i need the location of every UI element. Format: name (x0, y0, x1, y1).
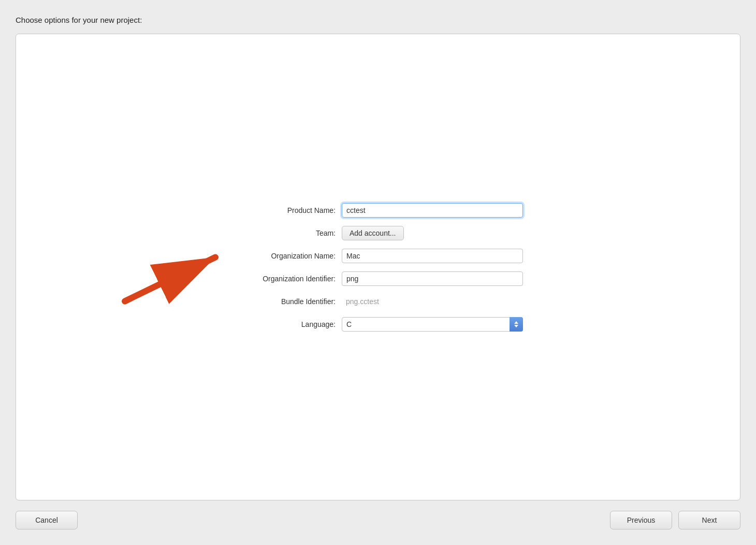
previous-button[interactable]: Previous (610, 511, 672, 529)
org-name-row: Organization Name: (233, 249, 523, 263)
org-id-row: Organization Identifier: (233, 271, 523, 286)
main-panel: Product Name: Team: Add account... Organ… (16, 34, 740, 500)
product-name-row: Product Name: (233, 203, 523, 218)
language-row: Language: C C++ Objective-C Swift (233, 317, 523, 332)
org-name-input[interactable] (342, 249, 523, 263)
bottom-right: Previous Next (610, 511, 740, 529)
bottom-bar: Cancel Previous Next (16, 511, 740, 529)
arrow-annotation (120, 245, 234, 308)
product-name-label: Product Name: (233, 206, 342, 214)
org-id-input[interactable] (342, 271, 523, 286)
red-arrow-icon (120, 245, 234, 307)
svg-line-1 (125, 257, 215, 302)
bundle-id-label: Bundle Identifier: (233, 297, 342, 306)
bottom-left: Cancel (16, 511, 78, 529)
cancel-button[interactable]: Cancel (16, 511, 78, 529)
bundle-id-value: png.cctest (342, 294, 383, 309)
team-row: Team: Add account... (233, 226, 523, 240)
language-select-wrapper: C C++ Objective-C Swift (342, 317, 523, 332)
org-id-label: Organization Identifier: (233, 275, 342, 283)
next-button[interactable]: Next (678, 511, 740, 529)
product-name-input[interactable] (342, 203, 523, 218)
language-select[interactable]: C C++ Objective-C Swift (342, 317, 523, 332)
language-label: Language: (233, 320, 342, 328)
page-title: Choose options for your new project: (16, 16, 740, 24)
bundle-id-row: Bundle Identifier: png.cctest (233, 294, 523, 309)
add-account-button[interactable]: Add account... (342, 226, 404, 240)
org-name-label: Organization Name: (233, 252, 342, 260)
form-container: Product Name: Team: Add account... Organ… (233, 203, 523, 332)
team-label: Team: (233, 229, 342, 237)
